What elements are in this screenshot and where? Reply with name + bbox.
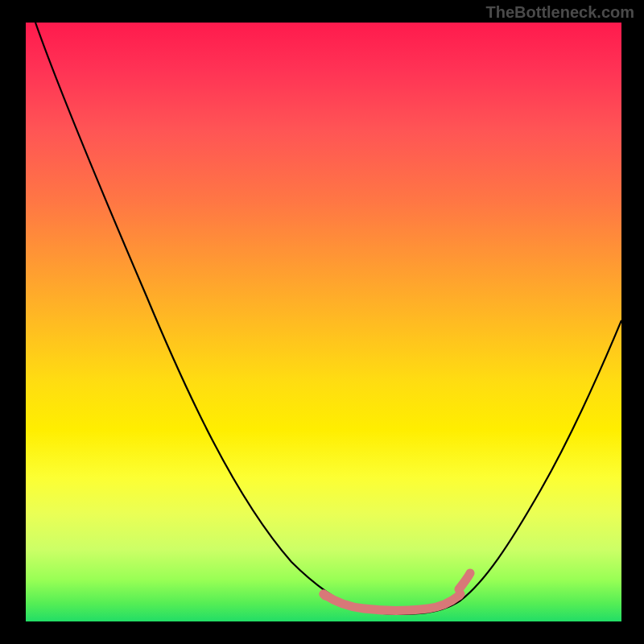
chart-svg [26,23,621,621]
plot-area [26,23,621,621]
tolerance-band-extra [324,594,460,596]
watermark-text: TheBottleneck.com [486,3,634,22]
bottleneck-curve [35,23,621,614]
tolerance-band [324,573,470,610]
